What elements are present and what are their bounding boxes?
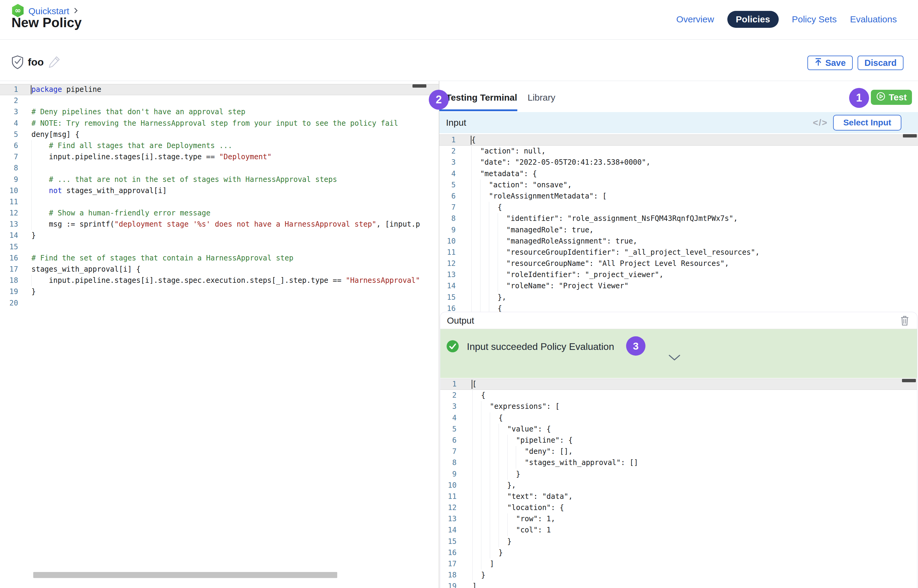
indent-guide bbox=[499, 435, 507, 446]
save-button[interactable]: Save bbox=[807, 56, 853, 70]
code-line: 3"date": "2022-05-05T20:41:23.538+0000", bbox=[440, 157, 918, 168]
code-line: 5deny[msg] { bbox=[0, 129, 439, 140]
code-line: 11"resourceGroupIdentifier": "_all_proje… bbox=[440, 247, 918, 258]
code-line: 13"row": 1, bbox=[440, 514, 917, 525]
indent-guide bbox=[499, 525, 507, 536]
indent-guide bbox=[480, 247, 489, 258]
indent-guide bbox=[472, 390, 481, 401]
edit-name-button[interactable] bbox=[48, 55, 61, 70]
horizontal-scrollbar-thumb[interactable] bbox=[33, 572, 337, 578]
breadcrumb-project-link[interactable]: Quickstart bbox=[28, 6, 69, 16]
editor-scrollbar-thumb[interactable] bbox=[902, 379, 916, 382]
line-number: 2 bbox=[440, 145, 459, 157]
indent-guide bbox=[489, 225, 498, 236]
code-line: 1package pipeline bbox=[0, 84, 439, 95]
code-line: 4# NOTE: Try removing the HarnessApprova… bbox=[0, 118, 439, 129]
indent-guide bbox=[516, 446, 525, 457]
indent-guide bbox=[481, 491, 490, 502]
indent-guide bbox=[31, 196, 49, 208]
input-json-editor[interactable]: 1{2"action": null,3"date": "2022-05-05T2… bbox=[440, 133, 918, 312]
code-line: 14"roleName": "Project Viewer" bbox=[440, 280, 918, 292]
code-line: 9} bbox=[440, 468, 917, 480]
indent-guide bbox=[489, 258, 498, 269]
indent-guide bbox=[480, 258, 489, 269]
test-button[interactable]: Test bbox=[871, 90, 912, 105]
tab-library[interactable]: Library bbox=[528, 92, 555, 103]
code-line: 15} bbox=[440, 536, 917, 547]
code-line: 16{ bbox=[440, 303, 918, 312]
header-divider bbox=[0, 39, 918, 40]
line-number: 3 bbox=[440, 157, 459, 168]
indent-guide bbox=[490, 536, 499, 547]
indent-guide bbox=[499, 480, 507, 491]
code-view-toggle-icon[interactable]: </> bbox=[813, 112, 827, 133]
indent-guide bbox=[490, 502, 499, 514]
indent-guide bbox=[472, 457, 481, 468]
code-line: 16# Find the set of stages that contain … bbox=[0, 253, 439, 264]
code-line: 7"deny": [], bbox=[440, 446, 917, 457]
line-number: 18 bbox=[0, 275, 21, 286]
editor-scrollbar-thumb[interactable] bbox=[903, 134, 917, 137]
indent-guide bbox=[490, 423, 499, 435]
line-number: 13 bbox=[0, 219, 21, 230]
discard-label: Discard bbox=[865, 58, 897, 68]
discard-button[interactable]: Discard bbox=[858, 56, 903, 70]
success-check-icon bbox=[446, 340, 459, 354]
indent-guide bbox=[481, 412, 490, 423]
code-line: 6# Find all stages that are Deployments … bbox=[0, 140, 439, 151]
indent-guide bbox=[489, 269, 498, 280]
indent-guide bbox=[472, 547, 481, 558]
code-line: 12"resourceGroupName": "All Project Leve… bbox=[440, 258, 918, 269]
line-number: 4 bbox=[440, 168, 459, 179]
indent-guide bbox=[472, 491, 481, 502]
indent-guide bbox=[499, 468, 507, 480]
indent-guide bbox=[472, 525, 481, 536]
code-line: 10}, bbox=[440, 480, 917, 491]
output-json-editor[interactable]: 1[2{3"expressions": [4{5"value": {6"pipe… bbox=[440, 378, 917, 588]
policy-code-editor[interactable]: 1package pipeline23# Deny pipelines that… bbox=[0, 81, 439, 588]
nav-policies-active[interactable]: Policies bbox=[727, 11, 778, 28]
line-number: 3 bbox=[440, 401, 460, 412]
indent-guide bbox=[472, 412, 481, 423]
line-number: 1 bbox=[440, 134, 459, 145]
nav-policy-sets[interactable]: Policy Sets bbox=[792, 14, 837, 24]
policy-name: foo bbox=[28, 56, 44, 68]
line-number: 12 bbox=[440, 258, 459, 269]
text-cursor bbox=[471, 136, 471, 145]
nav-evaluations[interactable]: Evaluations bbox=[850, 14, 897, 24]
code-line: 5"action": "onsave", bbox=[440, 179, 918, 191]
indent-guide bbox=[507, 435, 516, 446]
line-number: 1 bbox=[440, 379, 460, 390]
indent-guide bbox=[507, 514, 516, 525]
indent-guide bbox=[480, 191, 489, 202]
indent-guide bbox=[499, 502, 507, 514]
indent-guide bbox=[31, 163, 49, 174]
line-number: 6 bbox=[0, 140, 21, 151]
code-line: 12# Show a human-friendly error message bbox=[0, 208, 439, 219]
step-badge-3: 3 bbox=[626, 336, 645, 355]
code-line: 1{ bbox=[440, 134, 918, 145]
indent-guide bbox=[481, 536, 490, 547]
tab-testing-terminal[interactable]: Testing Terminal bbox=[446, 92, 517, 103]
line-number: 1 bbox=[0, 84, 21, 95]
nav-overview[interactable]: Overview bbox=[676, 14, 714, 24]
chevron-down-icon[interactable] bbox=[669, 355, 680, 363]
line-number: 2 bbox=[440, 390, 460, 401]
code-line: 18input.pipeline.stages[i].stage.spec.ex… bbox=[0, 275, 439, 286]
indent-guide bbox=[471, 269, 480, 280]
indent-guide bbox=[31, 185, 49, 196]
code-line: 12"location": { bbox=[440, 502, 917, 514]
indent-guide bbox=[31, 275, 49, 286]
editor-scrollbar-thumb[interactable] bbox=[412, 84, 427, 87]
indent-guide bbox=[516, 457, 525, 468]
code-line: 7input.pipeline.stages[i].stage.type == … bbox=[0, 151, 439, 163]
indent-guide bbox=[480, 269, 489, 280]
line-number: 2 bbox=[0, 95, 21, 107]
code-line: 3# Deny pipelines that don't have an app… bbox=[0, 107, 439, 118]
select-input-button[interactable]: Select Input bbox=[833, 115, 901, 131]
code-line: 8 bbox=[0, 163, 439, 174]
code-line: 20 bbox=[0, 297, 439, 309]
select-input-label: Select Input bbox=[844, 118, 891, 128]
clear-output-button[interactable] bbox=[900, 315, 909, 327]
code-line: 9"managedRole": true, bbox=[440, 225, 918, 236]
